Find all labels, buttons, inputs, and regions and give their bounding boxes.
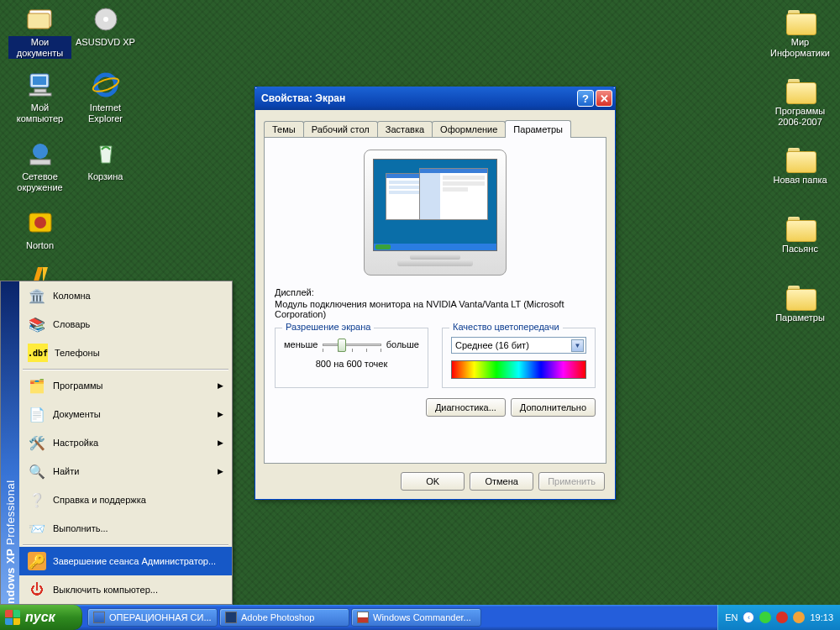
monitor-preview (275, 150, 596, 276)
tray-chevron-icon[interactable]: ‹ (743, 612, 754, 623)
norton-icon (26, 208, 55, 237)
troubleshoot-button[interactable]: Диагностика... (426, 398, 506, 417)
color-quality-combo[interactable]: Среднее (16 бит) ▼ (451, 337, 586, 354)
tab-settings[interactable]: Параметры (505, 120, 571, 138)
taskbar-item-photoshop[interactable]: Adobe Photoshop (219, 608, 349, 627)
task-label: Windows Commander... (373, 612, 471, 622)
desktop-icon-norton[interactable]: Norton (8, 208, 71, 252)
sm-label: Программы (53, 381, 102, 391)
desktop-icon-folder-new[interactable]: Новая папка (769, 148, 832, 186)
tab-appearance[interactable]: Оформление (432, 121, 506, 137)
separator (23, 369, 228, 370)
help-icon: ❔ (28, 491, 46, 509)
photoshop-icon (225, 612, 237, 623)
desktop-icon-network[interactable]: Сетевое окружение (8, 139, 71, 193)
display-properties-dialog: Свойства: Экран ? ✕ Темы Рабочий стол За… (255, 87, 616, 500)
my-documents-icon (26, 5, 55, 34)
desktop-icon-ie[interactable]: Internet Explorer (74, 71, 137, 124)
sm-label: Найти (53, 466, 79, 476)
sm-label: Завершение сеанса Администратор... (53, 556, 216, 566)
icon-label: Norton (24, 239, 55, 252)
sm-label: Коломна (53, 291, 91, 301)
asusdvd-icon (92, 5, 120, 34)
start-button[interactable]: пуск (0, 605, 82, 630)
language-indicator[interactable]: EN (725, 612, 738, 622)
icon-label: Мой компьютер (8, 102, 71, 124)
svg-rect-5 (33, 76, 46, 85)
folder-icon (786, 217, 815, 240)
sm-item-kolomna[interactable]: 🏛️Коломна (19, 281, 232, 310)
close-button[interactable]: ✕ (596, 90, 612, 107)
monitor-screen-icon (373, 159, 497, 251)
tray-icon[interactable] (759, 612, 771, 623)
folder-icon (786, 10, 815, 34)
chevron-right-icon: ▶ (218, 410, 223, 418)
folder-icon (786, 286, 815, 309)
tab-desktop[interactable]: Рабочий стол (303, 121, 378, 137)
icon-label: Сетевое окружение (8, 171, 71, 193)
taskbar-item-wincmd[interactable]: Windows Commander... (351, 608, 481, 627)
start-menu: Windows XP Professional 🏛️Коломна 📚Слова… (0, 281, 233, 605)
desktop-icon-folder-solitaire[interactable]: Пасьянс (769, 217, 832, 255)
sm-item-logoff[interactable]: 🔑Завершение сеанса Администратор... (19, 547, 232, 575)
word-icon (93, 612, 105, 623)
tray-icon[interactable] (776, 612, 788, 623)
sm-item-settings[interactable]: 🛠️Настройка▶ (19, 428, 232, 457)
logoff-icon: 🔑 (28, 552, 46, 570)
res-less-label: меньше (284, 339, 318, 349)
sm-item-shutdown[interactable]: ⏻Выключить компьютер... (19, 575, 232, 604)
res-more-label: больше (386, 339, 419, 349)
desktop-icon-folder-params[interactable]: Параметры (769, 286, 832, 324)
tray-icon[interactable] (793, 612, 805, 623)
sm-item-find[interactable]: 🔍Найти▶ (19, 457, 232, 486)
dialog-titlebar[interactable]: Свойства: Экран ? ✕ (255, 87, 616, 110)
sm-item-run[interactable]: 📨Выполнить... (19, 514, 232, 543)
svg-point-3 (103, 17, 108, 22)
apply-button[interactable]: Применить (538, 472, 605, 491)
taskbar-item-word[interactable]: ОПЕРАЦИОННАЯ СИ... (87, 608, 218, 627)
wincmd-icon (357, 612, 369, 623)
svg-rect-1 (28, 13, 50, 29)
tab-themes[interactable]: Темы (264, 121, 304, 137)
sm-label: Настройка (53, 438, 98, 448)
sm-item-dictionary[interactable]: 📚Словарь (19, 310, 232, 339)
chevron-down-icon: ▼ (571, 339, 584, 352)
icon-label: Параметры (774, 312, 827, 324)
desktop-icon-folder-world-it[interactable]: Мир Информатики (769, 10, 832, 59)
desktop-icon-asusdvd[interactable]: ASUSDVD XP (74, 5, 137, 49)
sm-label: Выключить компьютер... (53, 585, 158, 595)
ok-button[interactable]: OK (401, 472, 465, 491)
display-text: Модуль подключения монитора на NVIDIA Va… (275, 299, 596, 319)
chevron-right-icon: ▶ (218, 467, 223, 475)
help-button[interactable]: ? (577, 90, 594, 107)
resolution-slider[interactable] (323, 337, 381, 352)
clock[interactable]: 19:13 (810, 612, 833, 622)
tab-screensaver[interactable]: Заставка (377, 121, 433, 137)
desktop-icon-my-computer[interactable]: Мой компьютер (8, 71, 71, 124)
sm-item-help[interactable]: ❔Справка и поддержка (19, 486, 232, 514)
task-label: Adobe Photoshop (241, 612, 314, 622)
advanced-button[interactable]: Дополнительно (511, 398, 596, 417)
programs-icon: 🗂️ (28, 376, 46, 395)
system-tray: EN ‹ 19:13 (717, 605, 840, 630)
chevron-right-icon: ▶ (218, 438, 223, 447)
icon-label: Корзина (87, 171, 125, 183)
sm-item-programs[interactable]: 🗂️Программы▶ (19, 371, 232, 400)
tab-panel-settings: Дисплей: Модуль подключения монитора на … (264, 137, 606, 464)
taskbar: пуск ОПЕРАЦИОННАЯ СИ... Adobe Photoshop … (0, 605, 840, 630)
desktop-icon-folder-programs[interactable]: Программы 2006-2007 (769, 79, 832, 128)
folder-icon (786, 79, 815, 102)
sm-item-documents[interactable]: 📄Документы▶ (19, 400, 232, 428)
start-label: пуск (25, 610, 55, 625)
sm-item-phones[interactable]: .dbfТелефоны (19, 339, 232, 367)
documents-icon: 📄 (28, 405, 46, 423)
desktop-icon-recycle[interactable]: Корзина (74, 139, 137, 183)
sm-label: Словарь (53, 319, 90, 329)
icon-label: Мир Информатики (769, 36, 832, 59)
cancel-button[interactable]: Отмена (470, 472, 533, 491)
band-light: Professional (4, 480, 17, 545)
recycle-icon (92, 139, 120, 168)
settings-icon: 🛠️ (28, 433, 46, 452)
search-icon: 🔍 (28, 462, 46, 480)
desktop-icon-my-documents[interactable]: Мои документы (8, 5, 71, 59)
